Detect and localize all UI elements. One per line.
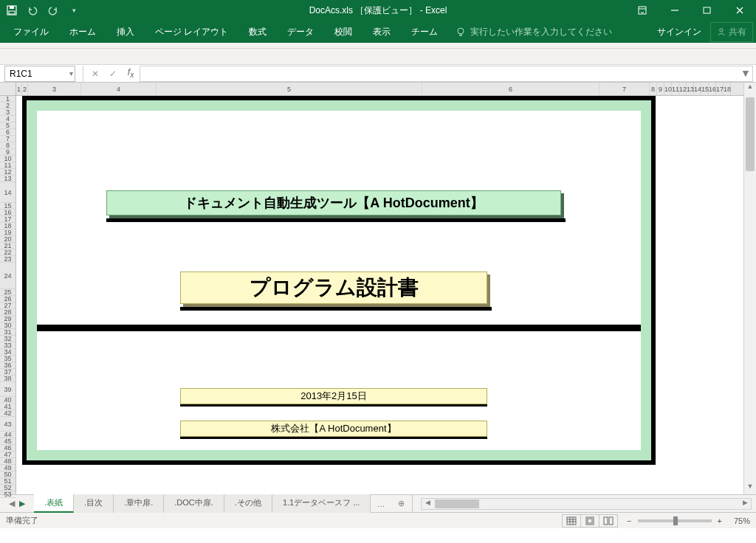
svg-rect-18: [588, 519, 592, 523]
window-title: DocAcs.xls ［保護ビュー］ - Excel: [309, 4, 447, 17]
column-header[interactable]: 4: [81, 83, 157, 95]
sheet-tab[interactable]: .DOC中扉.: [164, 494, 224, 513]
ribbon-collapsed-area: [0, 43, 756, 49]
column-header[interactable]: 1: [16, 83, 22, 95]
column-header[interactable]: 3: [28, 83, 81, 95]
row-header[interactable]: 13: [0, 176, 16, 182]
ribbon-options-icon[interactable]: [626, 0, 659, 21]
column-header[interactable]: 16: [709, 83, 716, 95]
ribbon-tab-0[interactable]: ファイル: [3, 21, 59, 43]
person-icon: [717, 27, 726, 36]
column-header[interactable]: 2: [22, 83, 28, 95]
enter-formula-icon[interactable]: ✓: [104, 69, 122, 79]
redo-icon[interactable]: [47, 4, 59, 16]
zoom-in-button[interactable]: +: [718, 516, 722, 525]
column-header[interactable]: 7: [599, 83, 650, 95]
column-header[interactable]: 5: [157, 83, 422, 95]
scroll-down-icon[interactable]: ▼: [744, 483, 756, 494]
maximize-button[interactable]: [691, 0, 724, 21]
column-headers: 123456789101112131415161718: [16, 83, 743, 96]
column-header[interactable]: 13: [687, 83, 694, 95]
spreadsheet-grid: 1234567891011121314151617181920212223242…: [0, 83, 756, 494]
page-break-view-button[interactable]: [599, 514, 618, 528]
minimize-button[interactable]: [659, 0, 691, 21]
tell-me-placeholder: 実行したい作業を入力してください: [470, 26, 612, 38]
svg-rect-1: [10, 6, 14, 9]
column-header[interactable]: 15: [701, 83, 709, 95]
svg-rect-19: [604, 517, 608, 525]
formula-bar: R1C1 ▾ ✕ ✓ fx ⯆: [0, 65, 756, 83]
sheet-nav-next-icon[interactable]: ▶: [19, 499, 25, 508]
sheet-tab[interactable]: .章中扉.: [114, 494, 164, 513]
svg-rect-12: [567, 517, 576, 525]
formula-input[interactable]: ⯆: [140, 66, 753, 82]
qat-customize-icon[interactable]: ▾: [68, 4, 80, 16]
sheet-tab[interactable]: .表紙: [34, 494, 74, 513]
row-header[interactable]: 23: [0, 256, 16, 263]
column-header[interactable]: 17: [716, 83, 724, 95]
divider-bar: [37, 325, 641, 331]
tell-me[interactable]: 実行したい作業を入力してください: [450, 26, 612, 38]
cancel-formula-icon[interactable]: ✕: [86, 69, 104, 79]
scrollbar-thumb[interactable]: [746, 97, 755, 171]
horizontal-scrollbar[interactable]: ◀ ▶: [421, 498, 752, 510]
close-button[interactable]: [724, 0, 756, 21]
new-sheet-button[interactable]: ⊕: [391, 496, 412, 511]
company-banner: 株式会社【A HotDocument】: [180, 421, 487, 437]
row-header[interactable]: 14: [0, 182, 16, 203]
row-header[interactable]: 39: [0, 382, 16, 397]
column-header[interactable]: 11: [672, 83, 679, 95]
column-header[interactable]: 9: [657, 83, 664, 95]
undo-icon[interactable]: [27, 4, 38, 16]
signin-link[interactable]: サインイン: [650, 21, 709, 43]
column-header[interactable]: 14: [694, 83, 701, 95]
row-header[interactable]: 42: [0, 410, 16, 417]
ribbon-tab-1[interactable]: ホーム: [59, 21, 106, 43]
sheet-nav-prev-icon[interactable]: ◀: [9, 499, 15, 508]
cells-canvas[interactable]: ドキュメント自動生成ツール【A HotDocument】 プログラム設計書 20…: [16, 96, 743, 494]
hscroll-thumb[interactable]: [435, 499, 479, 508]
zoom-out-button[interactable]: −: [627, 516, 631, 525]
scroll-left-icon[interactable]: ◀: [422, 499, 433, 506]
ribbon-tabs: ファイルホーム挿入ページ レイアウト数式データ校閲表示チーム 実行したい作業を入…: [0, 21, 756, 43]
scroll-right-icon[interactable]: ▶: [739, 499, 751, 506]
ribbon-tab-8[interactable]: チーム: [401, 21, 448, 43]
column-header[interactable]: 12: [679, 83, 687, 95]
zoom-slider[interactable]: [638, 519, 712, 522]
row-header[interactable]: 43: [0, 417, 16, 432]
ribbon-tab-2[interactable]: 挿入: [106, 21, 145, 43]
chevron-down-icon[interactable]: ▾: [69, 69, 73, 77]
normal-view-button[interactable]: [562, 514, 581, 528]
svg-point-8: [458, 28, 464, 34]
column-header[interactable]: 18: [724, 83, 731, 95]
sheet-tab[interactable]: .その他: [224, 494, 272, 513]
row-header[interactable]: 38: [0, 376, 16, 382]
row-header[interactable]: 24: [0, 263, 16, 289]
column-header[interactable]: 10: [664, 83, 672, 95]
zoom-level[interactable]: 75%: [734, 516, 750, 525]
save-icon[interactable]: [6, 4, 18, 16]
tool-title-banner: ドキュメント自動生成ツール【A HotDocument】: [106, 190, 561, 215]
svg-rect-20: [609, 517, 613, 525]
column-header[interactable]: 8: [650, 83, 657, 95]
select-all-corner[interactable]: [0, 83, 16, 96]
ribbon-tab-7[interactable]: 表示: [362, 21, 401, 43]
status-bar: 準備完了 − + 75%: [0, 512, 756, 528]
sheet-tab[interactable]: .目次: [74, 494, 114, 513]
ribbon-tab-6[interactable]: 校閲: [324, 21, 362, 43]
share-button[interactable]: 共有: [710, 22, 753, 42]
fx-icon[interactable]: fx: [122, 67, 140, 79]
column-header[interactable]: 6: [422, 83, 599, 95]
row-header[interactable]: 53: [0, 491, 16, 498]
ribbon-tab-4[interactable]: 数式: [238, 21, 277, 43]
scroll-up-icon[interactable]: ▲: [744, 83, 756, 94]
vertical-scrollbar[interactable]: ▲ ▼: [743, 83, 756, 494]
page-layout-view-button[interactable]: [580, 514, 599, 528]
title-bar: ▾ DocAcs.xls ［保護ビュー］ - Excel: [0, 0, 756, 21]
name-box[interactable]: R1C1 ▾: [4, 66, 75, 82]
expand-formula-icon[interactable]: ⯆: [742, 69, 749, 77]
ribbon-tab-3[interactable]: ページ レイアウト: [145, 21, 238, 43]
sheet-tab[interactable]: 1.1データベースフ ...: [272, 494, 371, 513]
ribbon-tab-5[interactable]: データ: [277, 21, 324, 43]
sheet-more-icon[interactable]: …: [371, 497, 391, 511]
